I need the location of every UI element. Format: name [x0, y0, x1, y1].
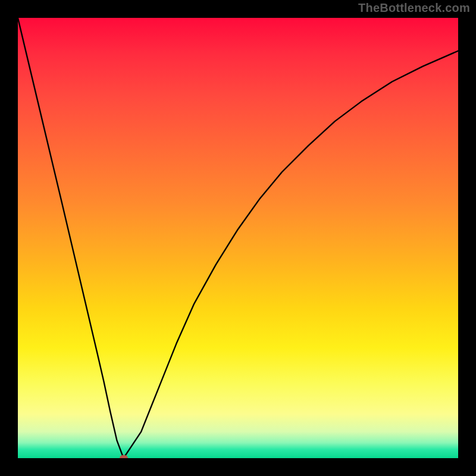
optimum-marker — [120, 455, 128, 459]
chart-frame: TheBottleneck.com — [0, 0, 476, 476]
curve-path — [18, 18, 458, 458]
plot-area — [18, 18, 458, 458]
bottleneck-curve — [18, 18, 458, 458]
watermark-text: TheBottleneck.com — [358, 1, 470, 15]
